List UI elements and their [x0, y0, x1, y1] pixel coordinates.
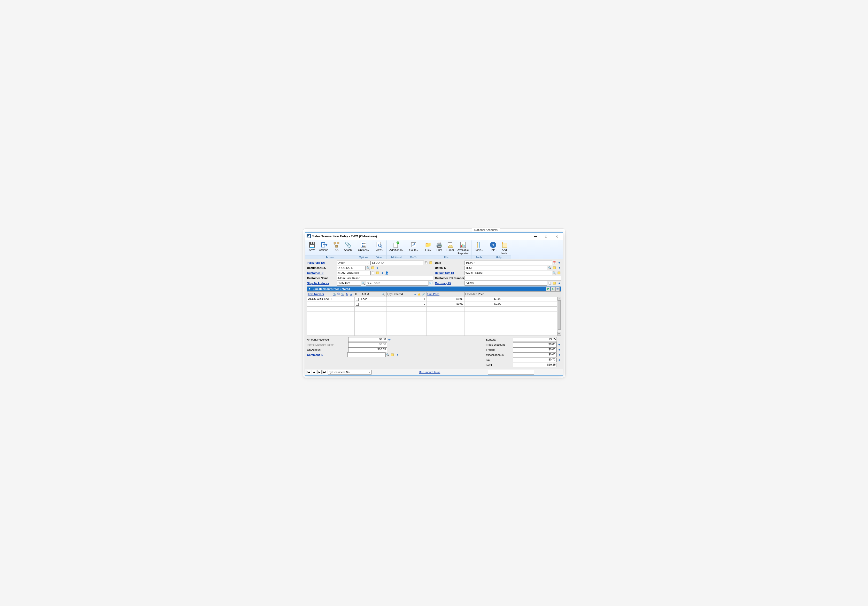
note-icon[interactable]: [557, 271, 561, 275]
expand-icon[interactable]: ➔: [557, 261, 561, 265]
goto-button[interactable]: Go To: [408, 241, 419, 252]
cell-unit-price[interactable]: [427, 331, 465, 336]
file-button[interactable]: 📁 File: [423, 241, 434, 255]
expand-icon[interactable]: ➔: [557, 342, 561, 347]
cell-ext-price[interactable]: $9.95: [465, 297, 502, 301]
cell-qty[interactable]: [387, 307, 427, 311]
cell-uom[interactable]: [360, 311, 387, 316]
maximize-button[interactable]: ☐: [543, 234, 550, 239]
cell-qty[interactable]: 0: [387, 302, 427, 306]
amt-recv-input[interactable]: $0.00: [348, 337, 387, 342]
comment-label[interactable]: Comment ID: [307, 353, 324, 356]
cell-d[interactable]: [355, 311, 360, 316]
expand-icon[interactable]: ➔: [380, 271, 384, 275]
nav-first-button[interactable]: I◀: [307, 370, 311, 374]
expand-icon[interactable]: ➔: [375, 266, 380, 270]
grid-info-icon[interactable]: ✉: [555, 287, 560, 291]
cell-qty[interactable]: [387, 311, 427, 316]
cell-d[interactable]: [355, 297, 360, 301]
table-row[interactable]: [307, 321, 561, 326]
expand-icon[interactable]: ➔: [387, 337, 392, 342]
nav-by-select[interactable]: by Document No.⌄: [328, 370, 372, 374]
cell-item[interactable]: [307, 311, 355, 316]
currency-input[interactable]: Z-US$: [465, 281, 547, 286]
grid-collapse-icon[interactable]: ⇅: [550, 287, 555, 291]
scroll-up-icon[interactable]: ∧: [558, 297, 561, 301]
cell-qty[interactable]: [387, 321, 427, 326]
alert-icon[interactable]: ⚠️: [417, 292, 421, 296]
docno-input[interactable]: ORDST2240: [336, 266, 366, 270]
lookup-icon[interactable]: 🔍: [361, 281, 366, 285]
cell-d[interactable]: [355, 326, 360, 331]
custid-input[interactable]: ADAMPARK0001: [336, 271, 370, 275]
cell-ext-price[interactable]: [465, 321, 502, 326]
cell-uom[interactable]: [360, 307, 387, 311]
cell-ext-price[interactable]: [465, 307, 502, 311]
cell-unit-price[interactable]: [427, 326, 465, 331]
col-unit-price[interactable]: Unit Price: [426, 292, 465, 297]
date-input[interactable]: 4/12/27: [465, 261, 552, 265]
note-icon[interactable]: [552, 266, 556, 270]
table-row[interactable]: [307, 326, 561, 331]
scroll-thumb[interactable]: [558, 301, 561, 329]
table-row[interactable]: [307, 311, 561, 316]
cell-item[interactable]: [307, 321, 355, 326]
lookup-icon[interactable]: [424, 261, 428, 265]
additional-button[interactable]: Additional: [388, 241, 405, 252]
lookup-icon[interactable]: [371, 271, 375, 275]
lookup-icon[interactable]: 🔍: [386, 353, 390, 357]
comment-input[interactable]: [347, 353, 385, 357]
note-icon[interactable]: [552, 281, 556, 285]
po-input[interactable]: [465, 276, 561, 280]
site-label[interactable]: Default Site ID: [435, 272, 465, 274]
expand-icon[interactable]: ➔: [557, 353, 561, 357]
cell-d[interactable]: [355, 316, 360, 321]
shipto-label[interactable]: Ship To Address: [307, 282, 336, 284]
misc-input[interactable]: $0.00: [513, 353, 556, 357]
note-icon[interactable]: 🗎: [345, 292, 349, 296]
cell-ext-price[interactable]: [465, 316, 502, 321]
batch-input[interactable]: TEST: [465, 266, 547, 270]
col-item[interactable]: Item Number 📎 ⓘ 🔍 🗎 ➔: [307, 292, 354, 297]
cell-uom[interactable]: [360, 331, 387, 336]
cell-ext-price[interactable]: [465, 326, 502, 331]
cell-item[interactable]: [307, 326, 355, 331]
custid-label[interactable]: Customer ID: [307, 272, 336, 274]
nav-last-button[interactable]: ▶I: [322, 370, 327, 374]
cell-uom[interactable]: [360, 326, 387, 331]
lookup-icon[interactable]: 🔍: [552, 271, 556, 275]
view-button[interactable]: View: [374, 241, 385, 252]
table-row[interactable]: [307, 307, 561, 311]
cell-ext-price[interactable]: [465, 311, 502, 316]
cell-ext-price[interactable]: $0.00: [465, 302, 502, 306]
cell-item[interactable]: [307, 307, 355, 311]
tools-button[interactable]: Tools: [473, 241, 484, 252]
cell-qty[interactable]: [387, 316, 427, 321]
note-icon[interactable]: [390, 353, 395, 357]
lookup-icon[interactable]: 🔍: [547, 266, 552, 270]
cell-ext-price[interactable]: [465, 331, 502, 336]
cell-d[interactable]: [355, 307, 360, 311]
expand-icon[interactable]: ➔: [395, 353, 399, 357]
cell-d[interactable]: [355, 331, 360, 336]
options-button[interactable]: Options: [356, 241, 370, 252]
expand-icon[interactable]: ➔: [413, 292, 417, 296]
cell-item[interactable]: [307, 316, 355, 321]
nav-prev-button[interactable]: ◀: [312, 370, 316, 374]
cell-uom[interactable]: [360, 321, 387, 326]
prospect-icon[interactable]: 👤: [384, 271, 389, 275]
table-row[interactable]: [307, 331, 561, 336]
minimize-button[interactable]: —: [533, 234, 539, 239]
trade-input[interactable]: $0.00: [513, 342, 556, 347]
scroll-down-icon[interactable]: ∨: [558, 332, 561, 336]
shipto-input[interactable]: PRIMARY: [336, 281, 361, 286]
attach-button[interactable]: 📎 Attach: [342, 241, 353, 252]
nav-next-button[interactable]: ▶: [317, 370, 322, 374]
document-status-link[interactable]: Document Status: [419, 371, 440, 373]
cell-unit-price[interactable]: $9.95: [427, 297, 465, 301]
lookup-icon[interactable]: 🔍: [366, 266, 370, 270]
sort-icon[interactable]: ▼: [308, 287, 311, 290]
table-row[interactable]: 0$0.00$0.00: [307, 302, 561, 307]
reports-button[interactable]: Available Reports▾: [456, 241, 470, 255]
custname-input[interactable]: Adam Park Resort: [336, 276, 433, 280]
